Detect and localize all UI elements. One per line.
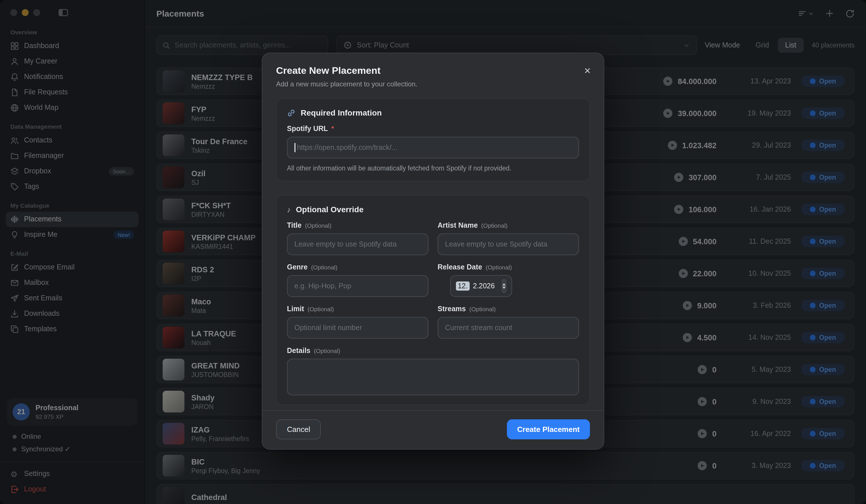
spotify-url-label: Spotify URL * [287, 125, 579, 133]
title-input[interactable]: Leave empty to use Spotify data [287, 233, 429, 255]
required-info-card: Required Information Spotify URL * https… [276, 99, 590, 181]
required-info-header: Required Information [287, 108, 579, 117]
app-window: Overview Dashboard My Career Notificatio… [0, 0, 866, 504]
limit-label: Limit(Optional) [287, 305, 429, 313]
streams-label: Streams(Optional) [437, 305, 579, 313]
streams-input[interactable]: Current stream count [437, 317, 579, 339]
date-stepper[interactable] [502, 279, 506, 293]
modal-header: Create New Placement Add a new music pla… [262, 53, 604, 95]
artist-name-input[interactable]: Leave empty to use Spotify data [437, 233, 579, 255]
artist-name-label: Artist Name(Optional) [437, 221, 579, 229]
genre-label: Genre(Optional) [287, 263, 429, 271]
date-day-segment[interactable]: 12. [456, 282, 469, 290]
link-icon [287, 108, 296, 117]
optional-override-header: ♪ Optional Override [287, 205, 579, 214]
music-note-icon: ♪ [287, 205, 291, 214]
stepper-down-icon[interactable] [502, 287, 506, 289]
text-caret [295, 143, 295, 152]
required-asterisk: * [331, 125, 334, 133]
genre-input[interactable]: e.g. Hip-Hop, Pop [287, 275, 429, 297]
create-placement-modal: Create New Placement Add a new music pla… [262, 53, 604, 450]
details-label: Details(Optional) [287, 347, 579, 355]
details-textarea[interactable] [287, 359, 579, 395]
limit-input[interactable]: Optional limit number [287, 317, 429, 339]
modal-title: Create New Placement [276, 65, 590, 77]
auto-fetch-note: All other information will be automatica… [287, 165, 579, 172]
close-icon[interactable]: ✕ [584, 66, 591, 76]
modal-subtitle: Add a new music placement to your collec… [276, 80, 590, 88]
spotify-url-placeholder: https://open.spotify.com/track/... [297, 144, 398, 152]
create-placement-button[interactable]: Create Placement [507, 419, 590, 439]
optional-override-card: ♪ Optional Override Title(Optional) Leav… [276, 195, 590, 405]
title-label: Title(Optional) [287, 221, 429, 229]
cancel-button[interactable]: Cancel [276, 419, 321, 439]
date-month-year-segment[interactable]: 2.2026 [473, 282, 495, 290]
release-date-label: Release Date(Optional) [437, 263, 579, 271]
stepper-up-icon[interactable] [502, 283, 506, 285]
modal-body: Required Information Spotify URL * https… [262, 95, 604, 410]
spotify-url-input[interactable]: https://open.spotify.com/track/... [287, 137, 579, 159]
modal-footer: Cancel Create Placement [262, 410, 604, 449]
release-date-input[interactable]: 12. 2.2026 [450, 275, 512, 297]
